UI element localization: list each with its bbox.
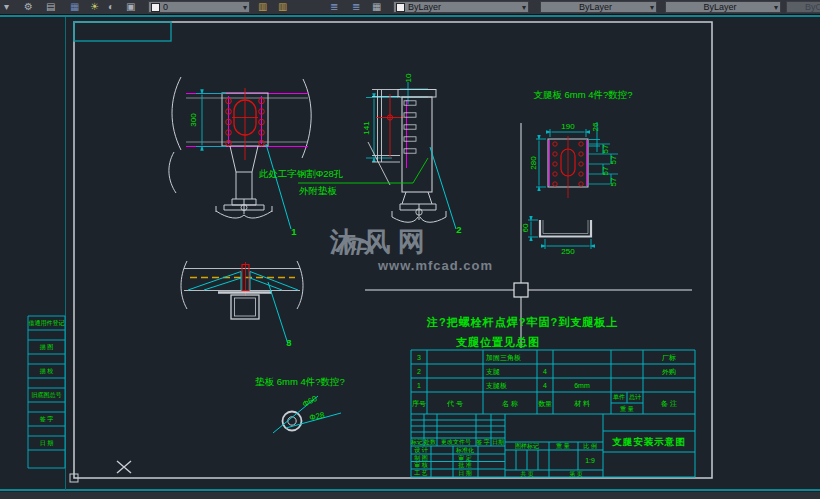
dim-57-1: 57 — [602, 145, 610, 154]
bom-row-seq: 2 — [417, 368, 421, 375]
dropdown-caret-icon[interactable]: ▾ — [4, 0, 9, 13]
drawing-title: 支腿安装示意图 — [612, 437, 686, 447]
color-control-value: ByLayer — [408, 2, 520, 13]
layer-walk-icon[interactable]: ≣ — [352, 0, 360, 13]
tb-stamp-mark: 图样标记 — [515, 443, 539, 449]
bom-row-name: 加固三角板 — [486, 354, 521, 361]
note-line2: 支腿位置见总图 — [456, 337, 540, 348]
bom-header-qty: 数量 — [538, 400, 552, 407]
color-control-select[interactable]: ByLayer ▾ — [393, 1, 529, 13]
layer-color-chip — [151, 3, 160, 12]
side-label-date: 日 期 — [40, 440, 54, 446]
tb-sig-check: 审 核 — [414, 462, 428, 468]
layer-select-value: 0 — [163, 2, 241, 13]
tb-change-count: 处数 — [424, 439, 436, 445]
tb-scale-value: 1:9 — [585, 457, 595, 464]
side-label-proof: 描 校 — [40, 368, 54, 374]
dim-dia28: Φ28 — [309, 411, 326, 422]
bom-header-total: 总计 — [629, 394, 641, 400]
bom-row-seq: 3 — [417, 354, 421, 361]
chevron-down-icon: ▾ — [650, 2, 654, 13]
tb-change-sign: 签 字 — [476, 439, 490, 445]
side-label-borrow: 借通用件登记 — [29, 320, 65, 326]
lineweight-select[interactable]: ByLayer ▾ — [665, 1, 781, 13]
make-layer-current-icon[interactable]: ▥ — [258, 0, 267, 13]
linetype-value: ByLayer — [543, 2, 648, 13]
dim-141: 141 — [363, 121, 371, 134]
tb-sig-ratify: 批 准 — [458, 462, 472, 468]
tb-change-mark: 标记 — [411, 439, 423, 445]
tb-sig-standard: 标准化 — [456, 447, 474, 453]
cad-application-window: ▾ ⚙ ▤ ▦ ☀ ◐ ▣ 0 ▾ ▥ ▥ ≣ ≣ ▦ ByLayer ▾ By… — [0, 0, 820, 499]
note-line1: 注?把螺栓杆点焊?牢固?到支腿板上 — [427, 317, 618, 328]
layer-on-bulb-icon[interactable]: ☀ — [90, 0, 99, 13]
tb-stamp-weight: 重 量 — [556, 443, 570, 449]
dim-60: 60 — [522, 224, 530, 233]
bom-row-name: 支腿板 — [486, 382, 507, 389]
side-label-trace: 描 图 — [40, 344, 54, 350]
watermark-url: www.mfcad.com — [378, 258, 486, 273]
plotstyle-value: ByColor — [789, 2, 820, 13]
dim-26: 26 — [592, 123, 600, 132]
dim-57-2: 57 — [610, 156, 618, 165]
bom-header-note: 备 注 — [661, 400, 677, 407]
tb-sig-approve: 审 定 — [458, 455, 472, 461]
bom-row-note: 厂标 — [662, 354, 676, 361]
layer-previous-icon[interactable]: ▥ — [278, 0, 287, 13]
cursor-x-marker — [117, 461, 131, 473]
bom-row-note: 外购 — [662, 368, 676, 375]
current-color-chip — [396, 3, 405, 12]
tb-stamp-scale: 比 例 — [583, 443, 597, 449]
legplate-label: 支腿板 6mm 4件?数控? — [533, 90, 632, 100]
lineweight-value: ByLayer — [668, 2, 772, 13]
view-plate-detail — [528, 122, 618, 249]
bom-header-weight: 重 量 — [620, 406, 634, 412]
balloon-2: 2 — [456, 225, 461, 235]
dim-57-4: 57 — [610, 178, 618, 187]
bom-header-seq: 序号 — [412, 400, 426, 407]
layer-properties-gear-icon[interactable]: ⚙ — [24, 0, 33, 13]
shim-label: 垫板 6mm 4件?数控? — [255, 377, 345, 387]
layer-select[interactable]: 0 ▾ — [148, 1, 250, 13]
side-label-oldsheet: 旧底图总号 — [32, 392, 62, 398]
tb-sig-draft: 制 图 — [414, 455, 428, 461]
statusbar-edge — [0, 492, 820, 499]
bom-row-material: 6mm — [574, 382, 590, 389]
layer-isolate-icon[interactable]: ▦ — [372, 0, 381, 13]
tb-sig-process: 工 艺 — [414, 470, 428, 476]
plotstyle-select: ByColor — [786, 1, 820, 13]
tb-sig-date: 日 期 — [458, 470, 472, 476]
tb-change-file: 更改文件号 — [441, 439, 471, 445]
dim-10: 10 — [405, 74, 413, 83]
balloon-1: 1 — [291, 227, 296, 237]
tb-sheet-total: 共 页 — [520, 471, 534, 477]
side-label-sign: 签 字 — [40, 416, 54, 422]
chevron-down-icon: ▾ — [243, 2, 247, 13]
bom-row-qty: 4 — [543, 382, 547, 389]
view-section — [181, 261, 303, 344]
layers-palette-icon[interactable]: ▦ — [70, 0, 79, 13]
layer-freeze-icon[interactable]: ◐ — [108, 0, 114, 13]
ibeam-callout-line2: 外附垫板 — [299, 186, 337, 196]
properties-toolbar: ▾ ⚙ ▤ ▦ ☀ ◐ ▣ 0 ▾ ▥ ▥ ≣ ≣ ▦ ByLayer ▾ By… — [0, 0, 820, 15]
pickbox — [514, 283, 528, 297]
tb-change-date: 日期 — [492, 439, 504, 445]
bom-row-seq: 1 — [417, 382, 421, 389]
ibeam-callout-line1: 此处工字钢割Φ28孔 — [259, 169, 344, 179]
view-front — [169, 77, 311, 229]
watermark-name: 沐风网 — [330, 224, 432, 260]
layer-lock-icon[interactable]: ▣ — [126, 0, 135, 13]
bom-header-name: 名 称 — [502, 400, 518, 407]
chevron-down-icon: ▾ — [522, 2, 526, 13]
bom-row-name: 支腿 — [486, 368, 500, 375]
tb-sheet-no: 第 页 — [569, 471, 583, 477]
bom-header-unit: 单件 — [613, 394, 625, 400]
layer-manager-icon[interactable]: ▤ — [46, 0, 55, 13]
view-side — [298, 82, 456, 229]
layer-states-icon[interactable]: ≣ — [330, 0, 338, 13]
tb-sig-design: 设 计 — [414, 447, 428, 453]
dim-57-3: 57 — [602, 167, 610, 176]
watermark: MF 沐风网 www.mfcad.com — [330, 224, 486, 273]
linetype-select[interactable]: ByLayer ▾ — [540, 1, 657, 13]
balloon-3: 3 — [286, 338, 291, 348]
